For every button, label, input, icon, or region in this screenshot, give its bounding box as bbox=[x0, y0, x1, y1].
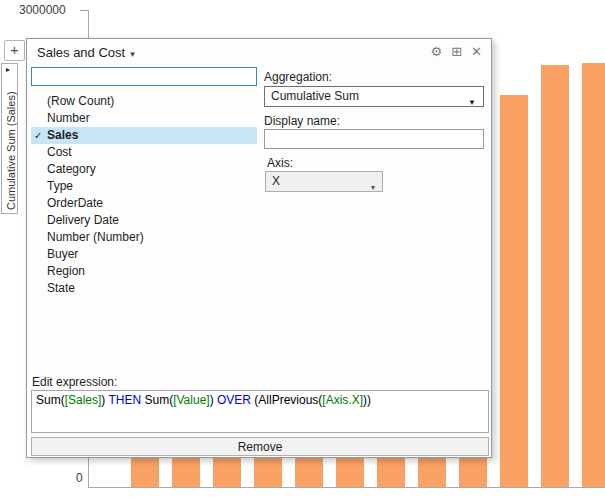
expression-token: Sum( bbox=[36, 393, 65, 407]
expression-token: OVER bbox=[217, 393, 251, 407]
axis-properties-dialog: Sales and Cost▾ ⚙ ⊞ ✕ (Row Count)Number✓… bbox=[26, 38, 492, 458]
dialog-header-icons: ⚙ ⊞ ✕ bbox=[431, 44, 482, 60]
field-label: Category bbox=[47, 162, 96, 176]
close-icon[interactable]: ✕ bbox=[471, 44, 482, 60]
x-axis-line bbox=[88, 487, 605, 488]
axis-value: X bbox=[272, 174, 280, 188]
field-label: Buyer bbox=[47, 247, 78, 261]
field-list-item[interactable]: Delivery Date bbox=[31, 212, 257, 229]
dialog-title-dropdown[interactable]: Sales and Cost▾ bbox=[37, 45, 135, 60]
field-label: Cost bbox=[47, 145, 72, 159]
expression-token: [Value] bbox=[173, 393, 209, 407]
spotfire-window: 3000000 0 + ▸ Cumulative Sum (Sales) Sal… bbox=[0, 0, 605, 499]
field-label: Delivery Date bbox=[47, 213, 119, 227]
axis-label: Axis: bbox=[267, 156, 293, 170]
field-label: Type bbox=[47, 179, 73, 193]
field-list-item[interactable]: (Row Count) bbox=[31, 93, 257, 110]
gear-icon[interactable]: ⚙ bbox=[431, 44, 443, 60]
field-list-item[interactable]: Number (Number) bbox=[31, 229, 257, 246]
field-list-item[interactable]: Number bbox=[31, 110, 257, 127]
expression-token: THEN bbox=[108, 393, 141, 407]
field-label: Region bbox=[47, 264, 85, 278]
y-axis-max-label: 3000000 bbox=[19, 3, 66, 17]
field-label: (Row Count) bbox=[47, 94, 114, 108]
field-label: Number bbox=[47, 111, 90, 125]
dialog-title-text: Sales and Cost bbox=[37, 45, 125, 60]
field-list-item[interactable]: OrderDate bbox=[31, 195, 257, 212]
display-name-input[interactable] bbox=[264, 129, 484, 149]
expression-editor[interactable]: Sum([Sales]) THEN Sum([Value]) OVER (All… bbox=[31, 390, 489, 433]
expression-token: )) bbox=[363, 393, 371, 407]
aggregation-value: Cumulative Sum bbox=[271, 89, 359, 103]
field-label: State bbox=[47, 281, 75, 295]
field-list: (Row Count)Number✓SalesCostCategoryTypeO… bbox=[31, 93, 257, 297]
field-list-item[interactable]: Cost bbox=[31, 144, 257, 161]
aggregation-select[interactable]: Cumulative Sum ▼ bbox=[264, 86, 484, 107]
popout-icon[interactable]: ⊞ bbox=[451, 44, 462, 60]
expression-token: (AllPrevious( bbox=[251, 393, 322, 407]
bar[interactable] bbox=[541, 65, 569, 487]
y-axis-min-label: 0 bbox=[76, 471, 83, 485]
field-list-item[interactable]: State bbox=[31, 280, 257, 297]
expression-token: ) bbox=[210, 393, 217, 407]
field-list-item[interactable]: Region bbox=[31, 263, 257, 280]
field-label: Sales bbox=[47, 128, 78, 142]
field-list-item[interactable]: Category bbox=[31, 161, 257, 178]
y-axis-title: Cumulative Sum (Sales) bbox=[5, 91, 17, 210]
y-axis-selector[interactable]: ▸ Cumulative Sum (Sales) bbox=[1, 63, 18, 214]
expression-token: [Sales] bbox=[65, 393, 102, 407]
field-list-item[interactable]: ✓Sales bbox=[31, 127, 257, 144]
checkmark-icon: ✓ bbox=[34, 127, 42, 144]
field-label: OrderDate bbox=[47, 196, 103, 210]
aggregation-label: Aggregation: bbox=[264, 70, 332, 84]
plus-button[interactable]: + bbox=[4, 40, 25, 61]
bar[interactable] bbox=[582, 63, 605, 487]
chevron-down-icon: ▾ bbox=[371, 178, 375, 197]
y-axis-tick-mark bbox=[80, 10, 88, 11]
field-list-item[interactable]: Type bbox=[31, 178, 257, 195]
search-input[interactable] bbox=[31, 67, 257, 86]
display-name-label: Display name: bbox=[264, 114, 340, 128]
bar[interactable] bbox=[500, 95, 528, 487]
expression-token: Sum( bbox=[141, 393, 173, 407]
chevron-down-icon: ▾ bbox=[130, 49, 135, 59]
chevron-right-icon: ▸ bbox=[6, 65, 10, 74]
edit-expression-label: Edit expression: bbox=[32, 375, 117, 389]
field-label: Number (Number) bbox=[47, 230, 144, 244]
axis-select[interactable]: X ▾ bbox=[265, 171, 383, 192]
remove-button[interactable]: Remove bbox=[31, 437, 489, 456]
expression-token: [Axis.X] bbox=[322, 393, 363, 407]
field-list-item[interactable]: Buyer bbox=[31, 246, 257, 263]
chevron-down-icon: ▼ bbox=[468, 93, 476, 112]
